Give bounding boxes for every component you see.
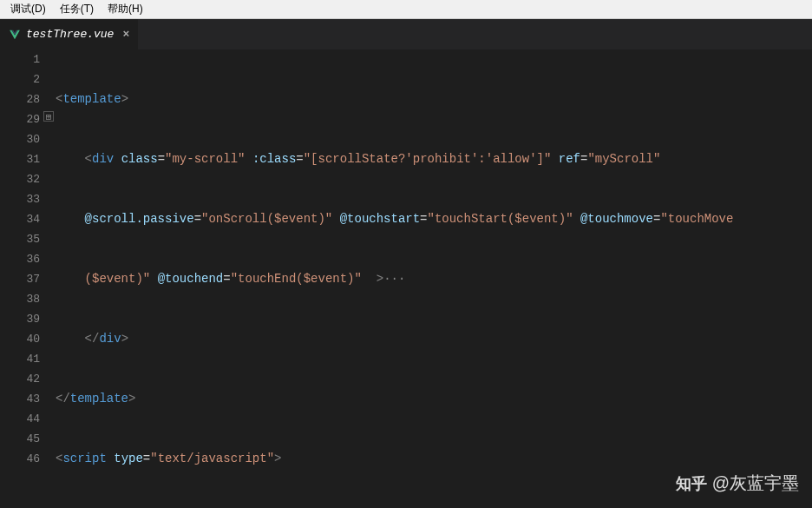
- line-number: 31: [0, 149, 40, 169]
- code-token: </: [56, 392, 70, 406]
- code-token: "my-scroll": [165, 152, 245, 166]
- code-token: :class: [252, 152, 296, 166]
- code-token: "[scrollState?'prohibit':'allow']": [304, 152, 552, 166]
- code-token: =: [223, 272, 230, 286]
- code-token: >: [274, 452, 281, 465]
- line-number: 30: [0, 129, 40, 149]
- code-token: [107, 452, 114, 465]
- code-token: div: [99, 332, 121, 346]
- line-number: 41: [0, 349, 40, 369]
- code-token: <: [85, 152, 92, 166]
- code-editor[interactable]: 1 2 28 29 30 31 32 33 34 35 36 37 38 39 …: [0, 49, 812, 508]
- code-token: template: [70, 392, 128, 406]
- line-number: 43: [0, 389, 40, 409]
- code-token: =: [420, 212, 427, 226]
- line-number: 38: [0, 289, 40, 309]
- tab-filename: testThree.vue: [26, 28, 114, 41]
- code-token: "touchMove: [660, 212, 733, 226]
- line-number: 1: [0, 49, 40, 69]
- menu-debug[interactable]: 调试(D): [3, 0, 53, 18]
- line-number: 40: [0, 329, 40, 349]
- code-token: [362, 272, 377, 286]
- code-token: =: [296, 152, 303, 166]
- code-token: [332, 212, 339, 226]
- code-token: "myScroll": [587, 152, 660, 166]
- tab-active[interactable]: testThree.vue ×: [0, 19, 138, 49]
- code-token: >: [121, 332, 128, 346]
- code-token: [150, 272, 157, 286]
- line-number: 45: [0, 429, 40, 449]
- fold-expand-icon[interactable]: ⊞: [43, 111, 54, 122]
- code-token: "text/javascript": [150, 452, 274, 465]
- code-token: =: [194, 212, 201, 226]
- line-number: 42: [0, 369, 40, 389]
- code-token: =: [143, 452, 150, 465]
- code-token: >: [128, 392, 135, 406]
- line-number: 39: [0, 309, 40, 329]
- code-token: =: [158, 152, 165, 166]
- code-token: @touchend: [158, 272, 224, 286]
- menu-help[interactable]: 帮助(H): [101, 0, 150, 18]
- code-token: script: [62, 452, 106, 465]
- code-token: @touchmove: [580, 212, 653, 226]
- code-token: class: [121, 152, 158, 166]
- line-number: 2: [0, 69, 40, 89]
- tab-bar: testThree.vue ×: [0, 19, 812, 49]
- line-number: 29: [0, 109, 40, 129]
- code-token: [551, 152, 558, 166]
- line-number: 46: [0, 449, 40, 469]
- code-token: [114, 152, 121, 166]
- code-token: [245, 152, 252, 166]
- code-token: ref: [559, 152, 580, 166]
- vue-file-icon: [9, 29, 21, 41]
- code-token: >: [121, 92, 128, 106]
- line-number: 36: [0, 249, 40, 269]
- line-number: 35: [0, 229, 40, 249]
- code-token: >: [377, 272, 383, 286]
- menu-tasks[interactable]: 任务(T): [53, 0, 101, 18]
- code-token: @touchstart: [340, 212, 420, 226]
- code-token: [573, 212, 580, 226]
- code-token: ($event)": [85, 272, 151, 286]
- code-token: type: [114, 452, 143, 465]
- code-content[interactable]: <template> <div class="my-scroll" :class…: [56, 49, 812, 508]
- line-gutter: 1 2 28 29 30 31 32 33 34 35 36 37 38 39 …: [0, 49, 56, 508]
- code-token: </: [85, 332, 100, 346]
- code-token: "touchStart($event)": [428, 212, 573, 226]
- menu-bar: 调试(D) 任务(T) 帮助(H): [0, 0, 812, 19]
- line-number: 44: [0, 409, 40, 429]
- line-number: 32: [0, 169, 40, 189]
- close-icon[interactable]: ×: [122, 28, 129, 41]
- line-number: 37: [0, 269, 40, 289]
- code-token: @scroll.passive: [85, 212, 194, 226]
- code-token: "onScroll($event)": [201, 212, 332, 226]
- folded-indicator[interactable]: ···: [383, 272, 405, 286]
- line-number: 33: [0, 189, 40, 209]
- code-token: "touchEnd($event)": [231, 272, 362, 286]
- code-token: div: [92, 152, 114, 166]
- line-number: 28: [0, 89, 40, 109]
- line-number: 34: [0, 209, 40, 229]
- code-token: template: [62, 92, 121, 106]
